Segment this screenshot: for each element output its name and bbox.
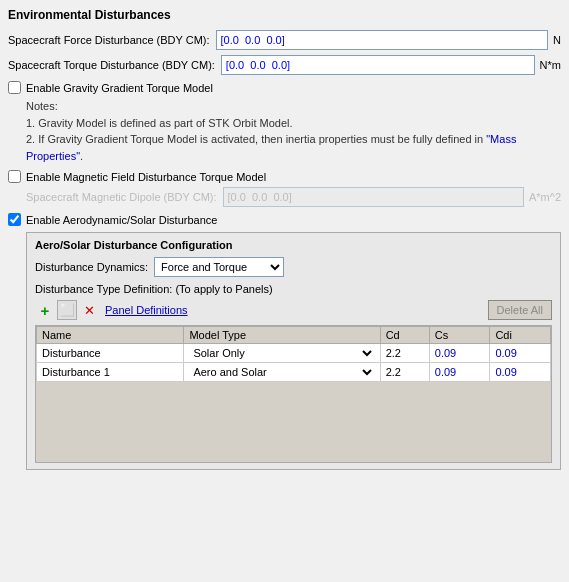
cell-cdi: 0.09 <box>490 344 551 363</box>
table-container: Name Model Type Cd Cs Cdi Disturbance So… <box>35 325 552 463</box>
cell-cdi: 0.09 <box>490 363 551 382</box>
col-cd: Cd <box>380 327 429 344</box>
aerodynamic-label: Enable Aerodynamic/Solar Disturbance <box>26 214 217 226</box>
delete-button[interactable]: ✕ <box>79 300 99 320</box>
panel-link[interactable]: Panel Definitions <box>105 304 188 316</box>
table-row: Disturbance 1 Solar Only Aero and Solar … <box>37 363 551 382</box>
magnetic-dipole-input <box>223 187 524 207</box>
col-cdi: Cdi <box>490 327 551 344</box>
aero-config-section: Aero/Solar Disturbance Configuration Dis… <box>26 232 561 470</box>
gravity-gradient-label: Enable Gravity Gradient Torque Model <box>26 82 213 94</box>
notes-title: Notes: <box>26 98 561 115</box>
col-name: Name <box>37 327 184 344</box>
aerodynamic-checkbox[interactable] <box>8 213 21 226</box>
magnetic-dipole-label: Spacecraft Magnetic Dipole (BDY CM): <box>26 191 217 203</box>
gravity-gradient-checkbox[interactable] <box>8 81 21 94</box>
section-title: Environmental Disturbances <box>8 8 561 22</box>
notes-line2: 2. If Gravity Gradient Torque Model is a… <box>26 131 561 164</box>
add-button[interactable]: + <box>35 300 55 320</box>
force-input[interactable] <box>216 30 549 50</box>
type-def-label: Disturbance Type Definition: (To apply t… <box>35 283 552 295</box>
col-cs: Cs <box>429 327 490 344</box>
cell-cd: 2.2 <box>380 344 429 363</box>
torque-label: Spacecraft Torque Disturbance (BDY CM): <box>8 59 215 71</box>
table-row: Disturbance Solar Only Aero and Solar Ae… <box>37 344 551 363</box>
force-label: Spacecraft Force Disturbance (BDY CM): <box>8 34 210 46</box>
dynamics-select[interactable]: Force and Torque Force Only Torque Only <box>154 257 284 277</box>
cell-cs: 0.09 <box>429 363 490 382</box>
magnetic-field-checkbox[interactable] <box>8 170 21 183</box>
cell-cd: 2.2 <box>380 363 429 382</box>
magnetic-dipole-unit: A*m^2 <box>529 191 561 203</box>
cell-name: Disturbance 1 <box>37 363 184 382</box>
delete-all-button[interactable]: Delete All <box>488 300 552 320</box>
torque-unit: N*m <box>540 59 561 71</box>
cell-name: Disturbance <box>37 344 184 363</box>
notes-line1: 1. Gravity Model is defined as part of S… <box>26 115 561 132</box>
cell-model-type[interactable]: Solar Only Aero and Solar Aero Only <box>184 344 380 363</box>
col-model-type: Model Type <box>184 327 380 344</box>
cell-model-type[interactable]: Solar Only Aero and Solar Aero Only <box>184 363 380 382</box>
table-empty-area <box>36 382 551 462</box>
aero-config-title: Aero/Solar Disturbance Configuration <box>35 239 552 251</box>
copy-button[interactable]: ⬜ <box>57 300 77 320</box>
torque-input[interactable] <box>221 55 535 75</box>
dynamics-label: Disturbance Dynamics: <box>35 261 148 273</box>
notes-block: Notes: 1. Gravity Model is defined as pa… <box>26 98 561 164</box>
magnetic-field-label: Enable Magnetic Field Disturbance Torque… <box>26 171 266 183</box>
force-unit: N <box>553 34 561 46</box>
cell-cs: 0.09 <box>429 344 490 363</box>
